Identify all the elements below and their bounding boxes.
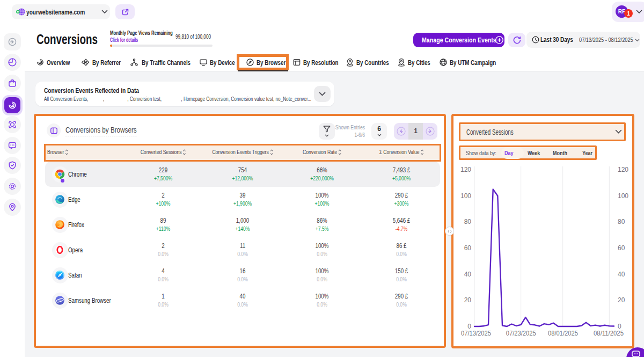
svg-text:120: 120 [460,166,471,173]
svg-text:60: 60 [618,244,625,252]
svg-text:80: 80 [618,218,625,225]
svg-text:0: 0 [618,323,621,330]
svg-text:07/23/2025: 07/23/2025 [506,330,536,337]
svg-text:20: 20 [618,296,625,304]
svg-text:08/11/2025: 08/11/2025 [594,330,624,337]
svg-text:100: 100 [460,192,471,200]
svg-text:60: 60 [464,244,472,252]
svg-text:40: 40 [464,271,472,278]
svg-text:40: 40 [618,271,625,278]
svg-text:0: 0 [467,323,471,330]
svg-text:100: 100 [618,192,628,200]
svg-text:80: 80 [464,218,472,225]
svg-text:07/13/2025: 07/13/2025 [461,330,491,337]
svg-text:20: 20 [464,296,472,304]
svg-text:120: 120 [618,166,628,173]
svg-text:08/01/2025: 08/01/2025 [548,330,578,337]
